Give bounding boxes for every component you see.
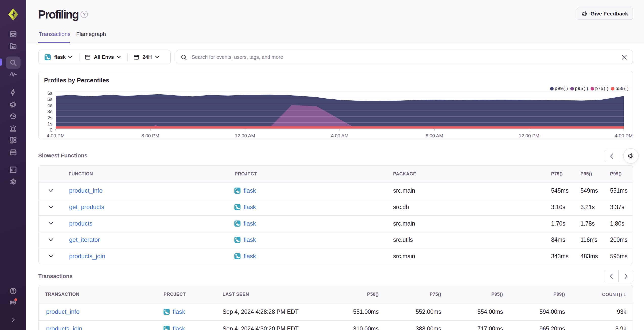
- svg-text:8:00 PM: 8:00 PM: [142, 133, 159, 138]
- svg-text:5s: 5s: [47, 97, 52, 102]
- svg-text:4:00 PM: 4:00 PM: [615, 133, 633, 138]
- svg-text:6s: 6s: [47, 90, 52, 96]
- svg-text:4s: 4s: [47, 103, 52, 108]
- svg-text:12:00 AM: 12:00 AM: [235, 133, 255, 138]
- svg-text:4:00 AM: 4:00 AM: [331, 133, 349, 138]
- svg-text:1s: 1s: [47, 121, 52, 126]
- svg-text:3s: 3s: [47, 109, 52, 114]
- svg-text:4:00 PM: 4:00 PM: [47, 133, 65, 138]
- svg-text:2s: 2s: [47, 115, 52, 120]
- svg-text:0: 0: [50, 127, 52, 133]
- svg-text:8:00 AM: 8:00 AM: [426, 133, 443, 138]
- svg-text:12:00 PM: 12:00 PM: [519, 133, 539, 138]
